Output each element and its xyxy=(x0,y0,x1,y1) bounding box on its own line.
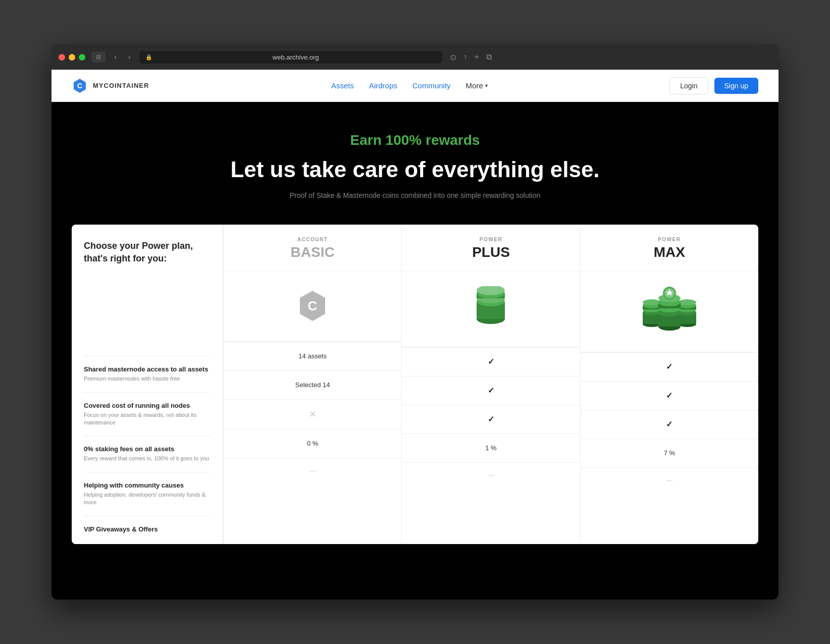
forward-button[interactable]: › xyxy=(125,51,133,63)
plus-feature-5-value: — xyxy=(488,471,494,479)
feature-title: Helping with community causes xyxy=(84,481,211,489)
basic-feature-4: 0 % xyxy=(224,429,401,458)
nav-actions: Login Sign up xyxy=(669,77,758,94)
chevron-down-icon: ▾ xyxy=(485,83,488,88)
basic-type-label: ACCOUNT xyxy=(234,237,391,242)
back-button[interactable]: ‹ xyxy=(112,51,119,63)
plus-plan-name: PLUS xyxy=(412,244,569,260)
new-tab-button[interactable]: + xyxy=(473,51,481,63)
max-type-label: POWER xyxy=(591,237,748,242)
maximize-button[interactable] xyxy=(79,54,85,61)
feature-vip: VIP Giveaways & Offers xyxy=(84,516,211,544)
lock-icon: 🔒 xyxy=(145,54,152,61)
logo-text: MYCOINTAINER xyxy=(93,82,149,89)
nav-links: Assets Airdrops Community More ▾ xyxy=(331,81,488,90)
feature-nodes: Covered cost of running all nodes Focus … xyxy=(84,392,211,436)
close-button[interactable] xyxy=(59,54,65,61)
plan-basic: ACCOUNT BASIC C 14 assets Selected 14 xyxy=(223,225,401,544)
nav-airdrops[interactable]: Airdrops xyxy=(369,81,397,90)
nav-assets[interactable]: Assets xyxy=(331,81,354,90)
login-button[interactable]: Login xyxy=(669,77,708,94)
url-text: web.archive.org xyxy=(155,53,436,61)
spacer xyxy=(84,275,211,356)
hero-title: Let us take care of everything else. xyxy=(72,156,758,183)
basic-feature-1: 14 assets xyxy=(224,342,401,370)
plus-feature-3: ✓ xyxy=(402,405,580,434)
basic-header: ACCOUNT BASIC xyxy=(224,225,401,271)
feature-title: Covered cost of running all nodes xyxy=(84,402,211,409)
navbar: C MYCOINTAINER Assets Airdrops Community… xyxy=(51,70,779,102)
minimize-button[interactable] xyxy=(69,54,75,61)
feature-community: Helping with community causes Helping ad… xyxy=(84,472,211,516)
svg-point-24 xyxy=(678,299,696,305)
plan-plus: POWER PLUS xyxy=(401,225,580,544)
basic-feature-1-value: 14 assets xyxy=(298,352,327,360)
pricing-table: Choose your Power plan, that's right for… xyxy=(72,225,758,544)
reader-view-button[interactable]: ⊙ xyxy=(448,51,458,64)
plus-feature-4: 1 % xyxy=(402,434,580,462)
browser-actions: ⊙ ↑ + ⧉ xyxy=(448,51,493,64)
max-feature-5-value: — xyxy=(666,476,672,484)
plus-feature-3-value: ✓ xyxy=(488,414,494,424)
logo-area: C MYCOINTAINER xyxy=(72,78,149,94)
max-feature-3: ✓ xyxy=(581,410,758,439)
tab-switcher-button[interactable]: ⊞ xyxy=(91,51,106,63)
plus-feature-2: ✓ xyxy=(402,376,580,405)
address-bar[interactable]: 🔒 web.archive.org xyxy=(139,51,442,64)
basic-feature-5-value: — xyxy=(309,467,316,474)
max-feature-2-value: ✓ xyxy=(666,391,672,400)
browser-window: ⊞ ‹ › 🔒 web.archive.org ⊙ ↑ + ⧉ C MYCOIN… xyxy=(51,44,779,600)
basic-feature-3: ✕ xyxy=(224,399,401,429)
basic-feature-3-value: ✕ xyxy=(309,409,317,420)
feature-desc: Focus on your assets & rewards, not abou… xyxy=(84,411,211,427)
hero-section: Earn 100% rewards Let us take care of ev… xyxy=(51,102,779,225)
traffic-lights xyxy=(59,54,85,61)
feature-desc: Premium masternodes with hassle free xyxy=(84,375,211,383)
max-feature-1: ✓ xyxy=(581,352,758,381)
max-icon-area xyxy=(581,271,758,352)
max-feature-1-value: ✓ xyxy=(666,362,672,371)
basic-feature-2-value: Selected 14 xyxy=(295,381,330,389)
feature-desc: Helping adoption, developers' community … xyxy=(84,491,211,507)
basic-feature-2: Selected 14 xyxy=(224,370,401,399)
max-header: POWER MAX xyxy=(581,225,758,271)
plus-icon-area xyxy=(402,271,580,347)
coin-stack-plus-icon xyxy=(468,286,513,332)
share-button[interactable]: ↑ xyxy=(462,51,469,63)
svg-point-17 xyxy=(643,299,661,305)
coin-stacks-max-icon xyxy=(639,286,700,337)
basic-feature-4-value: 0 % xyxy=(307,440,318,447)
plus-feature-1: ✓ xyxy=(402,347,580,376)
nav-community[interactable]: Community xyxy=(412,81,451,90)
plus-feature-1-value: ✓ xyxy=(488,357,494,366)
choose-plan-text: Choose your Power plan, that's right for… xyxy=(84,240,211,265)
max-plan-name: MAX xyxy=(591,244,748,260)
plus-header: POWER PLUS xyxy=(402,225,580,271)
basic-plan-name: BASIC xyxy=(234,244,391,260)
feature-title: 0% staking fees on all assets xyxy=(84,445,211,453)
plus-feature-4-value: 1 % xyxy=(485,444,496,452)
browser-chrome: ⊞ ‹ › 🔒 web.archive.org ⊙ ↑ + ⧉ xyxy=(51,44,779,70)
feature-staking: 0% staking fees on all assets Every rewa… xyxy=(84,436,211,471)
max-feature-3-value: ✓ xyxy=(666,419,672,429)
basic-feature-5: — xyxy=(224,458,401,483)
feature-desc: Every reward that comes in, 100% of it g… xyxy=(84,455,211,462)
svg-text:C: C xyxy=(77,82,82,90)
plus-feature-2-value: ✓ xyxy=(488,386,494,395)
max-feature-4-value: 7 % xyxy=(664,449,675,457)
pricing-section: Choose your Power plan, that's right for… xyxy=(51,225,779,564)
max-feature-5: — xyxy=(581,467,758,493)
features-column: Choose your Power plan, that's right for… xyxy=(72,225,223,544)
logo-icon: C xyxy=(72,78,88,94)
mycointainer-logo-icon: C xyxy=(295,288,330,324)
plus-type-label: POWER xyxy=(412,237,569,242)
svg-text:C: C xyxy=(308,298,318,313)
max-feature-4: 7 % xyxy=(581,439,758,467)
feature-title: Shared masternode access to all assets xyxy=(84,365,211,373)
basic-icon-area: C xyxy=(224,271,401,342)
signup-button[interactable]: Sign up xyxy=(714,78,758,94)
plan-max: POWER MAX xyxy=(580,225,758,544)
plus-feature-5: — xyxy=(402,462,580,488)
tabs-overview-button[interactable]: ⧉ xyxy=(485,51,493,63)
nav-more[interactable]: More ▾ xyxy=(466,81,488,90)
